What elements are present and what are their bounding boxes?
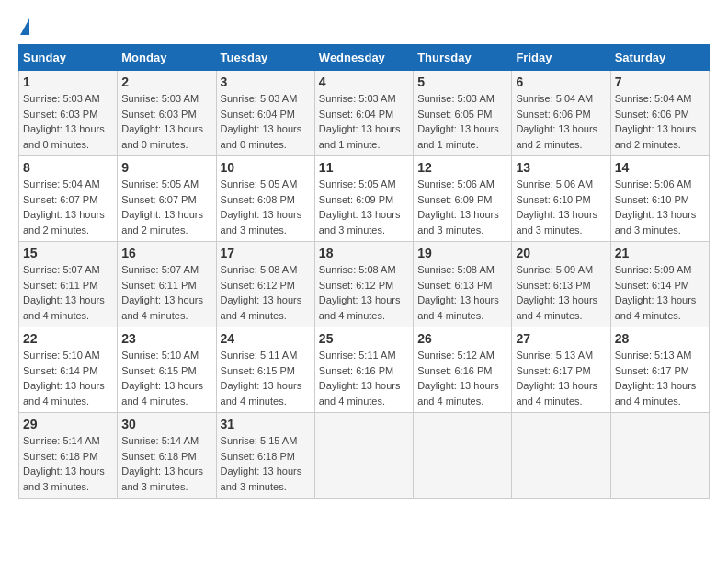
day-info: Sunrise: 5:05 AMSunset: 6:08 PMDaylight:…: [221, 178, 302, 236]
calendar-cell: 18 Sunrise: 5:08 AMSunset: 6:12 PMDaylig…: [314, 242, 413, 327]
day-info: Sunrise: 5:08 AMSunset: 6:12 PMDaylight:…: [319, 264, 401, 321]
day-info: Sunrise: 5:07 AMSunset: 6:11 PMDaylight:…: [23, 264, 105, 321]
day-number: 24: [221, 331, 311, 346]
calendar-cell: 5 Sunrise: 5:03 AMSunset: 6:05 PMDayligh…: [414, 71, 512, 156]
calendar-cell: 19 Sunrise: 5:08 AMSunset: 6:13 PMDaylig…: [414, 242, 512, 327]
calendar-cell: 24 Sunrise: 5:11 AMSunset: 6:15 PMDaylig…: [216, 327, 314, 413]
day-header-friday: Friday: [512, 45, 610, 71]
day-info: Sunrise: 5:14 AMSunset: 6:18 PMDaylight:…: [121, 435, 203, 492]
calendar-cell: 8 Sunrise: 5:04 AMSunset: 6:07 PMDayligh…: [19, 156, 118, 242]
day-header-monday: Monday: [118, 45, 216, 71]
day-number: 7: [615, 75, 705, 89]
day-number: 14: [615, 160, 705, 175]
day-number: 13: [516, 160, 606, 175]
day-number: 31: [221, 417, 311, 431]
day-info: Sunrise: 5:03 AMSunset: 6:04 PMDaylight:…: [319, 93, 401, 150]
calendar-cell: [512, 413, 610, 499]
day-info: Sunrise: 5:04 AMSunset: 6:07 PMDaylight:…: [23, 178, 105, 236]
day-info: Sunrise: 5:03 AMSunset: 6:03 PMDaylight:…: [121, 93, 203, 150]
calendar-cell: 27 Sunrise: 5:13 AMSunset: 6:17 PMDaylig…: [512, 327, 610, 413]
day-info: Sunrise: 5:13 AMSunset: 6:17 PMDaylight:…: [615, 350, 697, 407]
week-row-2: 8 Sunrise: 5:04 AMSunset: 6:07 PMDayligh…: [19, 156, 710, 242]
calendar-cell: 31 Sunrise: 5:15 AMSunset: 6:18 PMDaylig…: [216, 413, 314, 499]
page-header: [18, 18, 710, 35]
day-number: 23: [121, 331, 211, 346]
day-header-thursday: Thursday: [414, 45, 512, 71]
day-number: 6: [516, 75, 606, 89]
day-number: 2: [121, 75, 211, 89]
day-info: Sunrise: 5:03 AMSunset: 6:03 PMDaylight:…: [23, 93, 105, 150]
day-info: Sunrise: 5:05 AMSunset: 6:09 PMDaylight:…: [319, 178, 401, 236]
calendar-cell: [414, 413, 512, 499]
logo: [18, 18, 29, 35]
calendar-cell: 14 Sunrise: 5:06 AMSunset: 6:10 PMDaylig…: [610, 156, 709, 242]
day-number: 25: [319, 331, 409, 346]
calendar-cell: 25 Sunrise: 5:11 AMSunset: 6:16 PMDaylig…: [314, 327, 413, 413]
day-info: Sunrise: 5:09 AMSunset: 6:14 PMDaylight:…: [615, 264, 697, 321]
day-info: Sunrise: 5:10 AMSunset: 6:14 PMDaylight:…: [23, 350, 105, 407]
day-number: 9: [121, 160, 211, 175]
day-number: 28: [615, 331, 705, 346]
calendar-cell: 10 Sunrise: 5:05 AMSunset: 6:08 PMDaylig…: [216, 156, 314, 242]
day-info: Sunrise: 5:15 AMSunset: 6:18 PMDaylight:…: [221, 435, 302, 492]
calendar-cell: 23 Sunrise: 5:10 AMSunset: 6:15 PMDaylig…: [118, 327, 216, 413]
week-row-1: 1 Sunrise: 5:03 AMSunset: 6:03 PMDayligh…: [19, 71, 710, 156]
day-header-sunday: Sunday: [19, 45, 118, 71]
day-info: Sunrise: 5:06 AMSunset: 6:09 PMDaylight:…: [417, 178, 499, 236]
day-info: Sunrise: 5:11 AMSunset: 6:15 PMDaylight:…: [221, 350, 302, 407]
calendar-cell: 30 Sunrise: 5:14 AMSunset: 6:18 PMDaylig…: [118, 413, 216, 499]
calendar-cell: 3 Sunrise: 5:03 AMSunset: 6:04 PMDayligh…: [216, 71, 314, 156]
calendar-cell: 7 Sunrise: 5:04 AMSunset: 6:06 PMDayligh…: [610, 71, 709, 156]
day-number: 21: [615, 246, 705, 260]
day-number: 29: [23, 417, 113, 431]
day-info: Sunrise: 5:13 AMSunset: 6:17 PMDaylight:…: [516, 350, 597, 407]
day-number: 27: [516, 331, 606, 346]
calendar-table: SundayMondayTuesdayWednesdayThursdayFrid…: [18, 44, 710, 499]
calendar-cell: 11 Sunrise: 5:05 AMSunset: 6:09 PMDaylig…: [314, 156, 413, 242]
calendar-cell: 22 Sunrise: 5:10 AMSunset: 6:14 PMDaylig…: [19, 327, 118, 413]
calendar-cell: 21 Sunrise: 5:09 AMSunset: 6:14 PMDaylig…: [610, 242, 709, 327]
day-info: Sunrise: 5:03 AMSunset: 6:05 PMDaylight:…: [417, 93, 499, 150]
day-info: Sunrise: 5:09 AMSunset: 6:13 PMDaylight:…: [516, 264, 597, 321]
calendar-body: 1 Sunrise: 5:03 AMSunset: 6:03 PMDayligh…: [19, 71, 710, 499]
calendar-header-row: SundayMondayTuesdayWednesdayThursdayFrid…: [19, 45, 710, 71]
day-number: 22: [23, 331, 113, 346]
day-number: 5: [417, 75, 507, 89]
day-info: Sunrise: 5:05 AMSunset: 6:07 PMDaylight:…: [121, 178, 203, 236]
calendar-cell: 16 Sunrise: 5:07 AMSunset: 6:11 PMDaylig…: [118, 242, 216, 327]
day-number: 4: [319, 75, 409, 89]
day-info: Sunrise: 5:11 AMSunset: 6:16 PMDaylight:…: [319, 350, 401, 407]
calendar-cell: 29 Sunrise: 5:14 AMSunset: 6:18 PMDaylig…: [19, 413, 118, 499]
day-number: 20: [516, 246, 606, 260]
day-number: 8: [23, 160, 113, 175]
day-info: Sunrise: 5:07 AMSunset: 6:11 PMDaylight:…: [121, 264, 203, 321]
calendar-cell: 20 Sunrise: 5:09 AMSunset: 6:13 PMDaylig…: [512, 242, 610, 327]
day-number: 10: [221, 160, 311, 175]
calendar-cell: 2 Sunrise: 5:03 AMSunset: 6:03 PMDayligh…: [118, 71, 216, 156]
day-number: 1: [23, 75, 113, 89]
day-info: Sunrise: 5:08 AMSunset: 6:12 PMDaylight:…: [221, 264, 302, 321]
day-number: 30: [121, 417, 211, 431]
day-header-saturday: Saturday: [610, 45, 709, 71]
day-info: Sunrise: 5:06 AMSunset: 6:10 PMDaylight:…: [516, 178, 597, 236]
day-number: 12: [417, 160, 507, 175]
calendar-cell: 17 Sunrise: 5:08 AMSunset: 6:12 PMDaylig…: [216, 242, 314, 327]
day-info: Sunrise: 5:04 AMSunset: 6:06 PMDaylight:…: [516, 93, 597, 150]
day-number: 18: [319, 246, 409, 260]
day-info: Sunrise: 5:06 AMSunset: 6:10 PMDaylight:…: [615, 178, 697, 236]
day-info: Sunrise: 5:12 AMSunset: 6:16 PMDaylight:…: [417, 350, 499, 407]
day-info: Sunrise: 5:04 AMSunset: 6:06 PMDaylight:…: [615, 93, 697, 150]
day-info: Sunrise: 5:14 AMSunset: 6:18 PMDaylight:…: [23, 435, 105, 492]
calendar-cell: [314, 413, 413, 499]
calendar-cell: [610, 413, 709, 499]
day-number: 19: [417, 246, 507, 260]
day-number: 16: [121, 246, 211, 260]
calendar-cell: 15 Sunrise: 5:07 AMSunset: 6:11 PMDaylig…: [19, 242, 118, 327]
day-info: Sunrise: 5:08 AMSunset: 6:13 PMDaylight:…: [417, 264, 499, 321]
day-number: 3: [221, 75, 311, 89]
day-header-wednesday: Wednesday: [314, 45, 413, 71]
day-number: 17: [221, 246, 311, 260]
calendar-cell: 1 Sunrise: 5:03 AMSunset: 6:03 PMDayligh…: [19, 71, 118, 156]
calendar-cell: 26 Sunrise: 5:12 AMSunset: 6:16 PMDaylig…: [414, 327, 512, 413]
day-number: 11: [319, 160, 409, 175]
